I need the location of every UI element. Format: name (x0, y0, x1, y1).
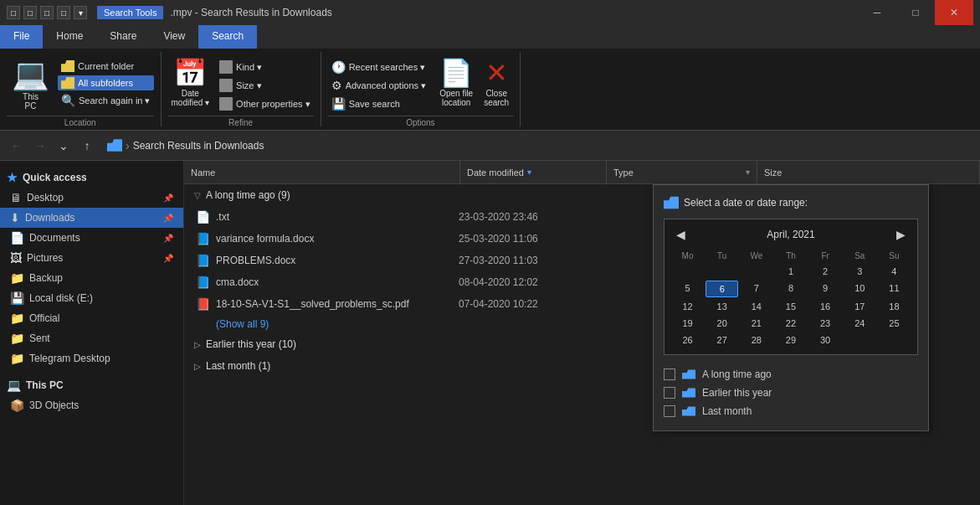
sidebar-item-sent[interactable]: 📁 Sent (0, 328, 183, 348)
search-again-button[interactable]: 🔍 Search again in ▾ (58, 92, 154, 109)
tab-file[interactable]: File (0, 25, 43, 49)
date-option-last-month[interactable]: Last month (664, 402, 918, 420)
close-search-button[interactable]: ✕ Closesearch (480, 55, 513, 109)
this-pc-button[interactable]: 💻 ThisPC (7, 55, 54, 112)
sidebar-item-downloads[interactable]: ⬇ Downloads 📌 (0, 208, 183, 228)
col-header-type[interactable]: Type ▾ (607, 161, 757, 183)
col-name-label: Name (191, 167, 215, 178)
cal-day-23[interactable]: 23 (809, 316, 842, 331)
sidebar-item-backup[interactable]: 📁 Backup (0, 268, 183, 288)
desktop-pin-icon: 📌 (163, 193, 173, 203)
tab-share[interactable]: Share (96, 25, 150, 49)
cal-day-3[interactable]: 3 (844, 264, 876, 279)
tab-view[interactable]: View (150, 25, 198, 49)
cal-day-1[interactable]: 1 (774, 264, 807, 279)
date-modified-button[interactable]: 📅 Datemodified ▾ (168, 55, 213, 109)
checkbox-last-month[interactable] (664, 405, 675, 417)
up-button[interactable]: ↑ (77, 136, 97, 156)
sidebar-item-documents[interactable]: 📄 Documents 📌 (0, 228, 183, 248)
save-search-button[interactable]: 💾 Save search (328, 95, 430, 112)
cal-day-29[interactable]: 29 (774, 332, 807, 348)
all-subfolders-button[interactable]: All subfolders (58, 75, 154, 90)
search-tools-tab[interactable]: Search Tools (97, 6, 163, 19)
quick-access-header[interactable]: ★ Quick access (0, 167, 183, 188)
breadcrumb-folder-icon (107, 138, 122, 153)
checkbox-earlier-this-year[interactable] (664, 387, 675, 399)
cal-day-15[interactable]: 15 (774, 299, 807, 314)
cal-day-28[interactable]: 28 (740, 332, 772, 348)
cal-day-14[interactable]: 14 (740, 299, 772, 314)
col-header-date[interactable]: Date modified ▾ (460, 161, 607, 183)
sidebar-item-official[interactable]: 📁 Official (0, 308, 183, 328)
cal-day-13[interactable]: 13 (705, 299, 738, 314)
current-folder-button[interactable]: Current folder (58, 59, 154, 74)
minimize-button[interactable]: ─ (858, 0, 896, 25)
star-icon: ★ (7, 171, 18, 184)
cal-day-30[interactable]: 30 (809, 332, 842, 348)
close-button[interactable]: ✕ (935, 0, 973, 25)
problems-name: PROBLEMS.docx (216, 255, 459, 266)
col-type-label: Type (613, 167, 634, 178)
recent-searches-icon: 🕐 (331, 60, 346, 74)
back-button[interactable]: ← (7, 136, 27, 156)
forward-button[interactable]: → (30, 136, 50, 156)
checkbox-long-ago[interactable] (664, 368, 675, 380)
cal-day-16[interactable]: 16 (809, 299, 842, 314)
up-dropdown-button[interactable]: ⌄ (54, 136, 74, 156)
cal-day-9[interactable]: 9 (809, 281, 842, 297)
cal-day-6[interactable]: 6 (705, 281, 738, 297)
col-header-name[interactable]: Name (184, 161, 460, 183)
cal-day-26[interactable]: 26 (671, 332, 704, 348)
sidebar-item-local-disk[interactable]: 💾 Local disk (E:) (0, 288, 183, 308)
recent-searches-button[interactable]: 🕐 Recent searches ▾ (328, 59, 430, 75)
cal-day-8[interactable]: 8 (774, 281, 807, 297)
date-option-long-ago[interactable]: A long time ago (664, 365, 918, 384)
other-properties-button[interactable]: Other properties ▾ (216, 95, 314, 112)
cal-day-12[interactable]: 12 (671, 299, 704, 314)
cal-day-4[interactable]: 4 (878, 264, 911, 279)
cal-day-20[interactable]: 20 (705, 316, 738, 331)
title-bar-icon-1[interactable]: □ (7, 6, 20, 19)
txt-name: .txt (216, 211, 459, 223)
cal-day-11[interactable]: 11 (878, 281, 911, 297)
calendar-prev-button[interactable]: ◀ (671, 226, 690, 243)
size-button[interactable]: Size ▾ (216, 77, 314, 94)
cal-day-19[interactable]: 19 (671, 316, 704, 331)
title-bar-icon-5[interactable]: ▾ (74, 6, 87, 19)
cal-day-5[interactable]: 5 (671, 281, 704, 297)
advanced-options-button[interactable]: ⚙ Advanced options ▾ (328, 77, 430, 94)
cal-day-25[interactable]: 25 (878, 316, 911, 331)
tab-home[interactable]: Home (43, 25, 96, 49)
sidebar-item-telegram[interactable]: 📁 Telegram Desktop (0, 348, 183, 368)
col-header-size[interactable]: Size (757, 161, 980, 183)
cal-day-17[interactable]: 17 (844, 299, 876, 314)
this-pc-header[interactable]: 💻 This PC (0, 375, 183, 395)
title-bar-icon-2[interactable]: □ (23, 6, 37, 19)
cal-day-10[interactable]: 10 (844, 281, 876, 297)
cal-day-21[interactable]: 21 (740, 316, 772, 331)
backup-label: Backup (29, 272, 63, 284)
cal-day-22[interactable]: 22 (774, 316, 807, 331)
kind-button[interactable]: Kind ▾ (216, 59, 314, 75)
open-file-location-button[interactable]: 📄 Open filelocation (436, 55, 476, 109)
title-bar-icon-3[interactable]: □ (40, 6, 54, 19)
variance-icon: 📘 (194, 230, 211, 247)
cal-day-7[interactable]: 7 (740, 281, 772, 297)
sidebar-item-desktop[interactable]: 🖥 Desktop 📌 (0, 188, 183, 208)
calendar-next-button[interactable]: ▶ (891, 226, 911, 243)
date-option-earlier-this-year[interactable]: Earlier this year (664, 384, 918, 402)
cal-day-24[interactable]: 24 (844, 316, 876, 331)
telegram-icon: 📁 (10, 352, 24, 365)
maximize-button[interactable]: □ (896, 0, 935, 25)
day-header-tu: Tu (705, 250, 738, 262)
cal-day-27[interactable]: 27 (705, 332, 738, 348)
sidebar-item-pictures[interactable]: 🖼 Pictures 📌 (0, 248, 183, 268)
this-pc-sidebar-label: This PC (26, 379, 64, 391)
sidebar-item-3d-objects[interactable]: 📦 3D Objects (0, 395, 183, 415)
tab-search[interactable]: Search (198, 25, 257, 49)
long-ago-folder-icon (682, 368, 695, 380)
day-header-we: We (740, 250, 772, 262)
cal-day-2[interactable]: 2 (809, 264, 842, 279)
title-bar-icon-4[interactable]: □ (57, 6, 70, 19)
cal-day-18[interactable]: 18 (878, 299, 911, 314)
